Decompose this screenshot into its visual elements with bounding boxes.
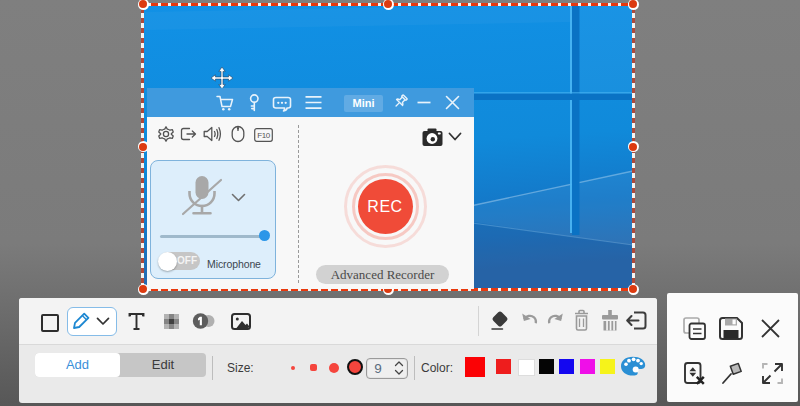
- svg-text:F10: F10: [257, 131, 270, 140]
